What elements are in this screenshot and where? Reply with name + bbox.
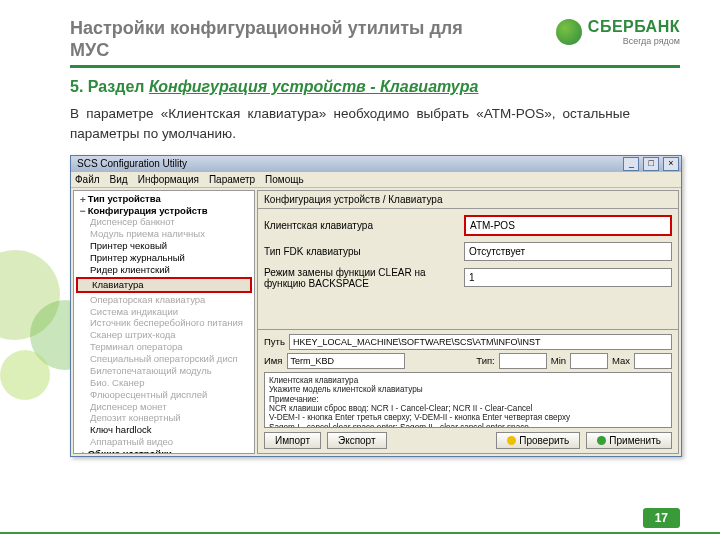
path-field[interactable]: HKEY_LOCAL_MACHINE\SOFTWARE\SCS\ATM\INFO… — [289, 334, 672, 350]
param-value-fdk-type[interactable]: Отсутствует — [464, 242, 672, 261]
logo: СБЕРБАНК Всегда рядом — [556, 18, 680, 46]
check-icon — [597, 436, 606, 445]
nav-tree[interactable]: +Тип устройства −Конфигурация устройств … — [73, 190, 255, 454]
logo-subtitle: Всегда рядом — [588, 36, 680, 46]
warning-icon — [507, 436, 516, 445]
tree-item[interactable]: Принтер чековый — [74, 240, 254, 252]
param-row: Режим замены функции CLEAR на функцию BA… — [264, 267, 672, 289]
tree-item[interactable]: Терминал оператора — [74, 341, 254, 353]
tree-item[interactable]: Специальный операторский дисп — [74, 353, 254, 365]
param-value-client-keyboard[interactable]: ATM-POS — [464, 215, 672, 236]
tree-root-device-type[interactable]: +Тип устройства — [74, 193, 254, 205]
tree-item[interactable]: Модуль приема наличных — [74, 228, 254, 240]
tree-item[interactable]: Диспенсер монет — [74, 401, 254, 413]
tree-root-general[interactable]: +Общие настройки — [74, 448, 254, 454]
name-field[interactable]: Term_KBD — [287, 353, 405, 369]
tree-item[interactable]: Ридер клиентский — [74, 264, 254, 276]
breadcrumb: Конфигурация устройств / Клавиатура — [257, 190, 679, 209]
logo-icon — [556, 19, 582, 45]
menu-view[interactable]: Вид — [110, 174, 128, 185]
max-label: Max — [612, 355, 630, 366]
export-button[interactable]: Экспорт — [327, 432, 387, 449]
tree-item[interactable]: Операторская клавиатура — [74, 294, 254, 306]
tree-item[interactable]: Система индикации — [74, 306, 254, 318]
tree-item-selected-keyboard[interactable]: Клавиатура — [76, 277, 252, 293]
menu-info[interactable]: Информация — [138, 174, 199, 185]
logo-text: СБЕРБАНК — [588, 18, 680, 36]
window-buttons: _ □ × — [622, 157, 679, 171]
check-button[interactable]: Проверить — [496, 432, 580, 449]
menu-param[interactable]: Параметр — [209, 174, 255, 185]
param-row: Тип FDK клавиатуры Отсутствует — [264, 242, 672, 261]
window-title: SCS Configuration Utility — [73, 158, 187, 169]
name-label: Имя — [264, 355, 283, 366]
param-label: Клиентская клавиатура — [264, 220, 464, 231]
param-label: Режим замены функции CLEAR на функцию BA… — [264, 267, 464, 289]
slide-header: Настройки конфигурационной утилиты для М… — [70, 18, 680, 68]
section-title: 5. Раздел Конфигурация устройств - Клави… — [70, 78, 680, 96]
tree-item[interactable]: Сканер штрих-кода — [74, 329, 254, 341]
path-label: Путь — [264, 336, 285, 347]
tree-item[interactable]: Депозит конвертный — [74, 412, 254, 424]
maximize-button[interactable]: □ — [643, 157, 659, 171]
menu-file[interactable]: Файл — [75, 174, 100, 185]
bottom-panel: Путь HKEY_LOCAL_MACHINE\SOFTWARE\SCS\ATM… — [257, 330, 679, 454]
section-number: 5. Раздел — [70, 78, 145, 95]
section-subtitle: Конфигурация устройств - Клавиатура — [149, 78, 478, 95]
tree-item[interactable]: Ключ hardlock — [74, 424, 254, 436]
tree-item[interactable]: Билетопечатающий модуль — [74, 365, 254, 377]
params-panel: Клиентская клавиатура ATM-POS Тип FDK кл… — [257, 209, 679, 330]
page-title: Настройки конфигурационной утилиты для М… — [70, 18, 490, 61]
apply-button[interactable]: Применить — [586, 432, 672, 449]
type-field[interactable] — [499, 353, 547, 369]
tree-item[interactable]: Флюоресцентный дисплей — [74, 389, 254, 401]
tree-root-device-config[interactable]: −Конфигурация устройств — [74, 205, 254, 217]
app-window: SCS Configuration Utility _ □ × Файл Вид… — [70, 155, 682, 457]
min-label: Min — [551, 355, 566, 366]
menubar: Файл Вид Информация Параметр Помощь — [71, 172, 681, 188]
import-button[interactable]: Импорт — [264, 432, 321, 449]
tree-item[interactable]: Источник бесперебойного питания — [74, 317, 254, 329]
footer-stripe — [0, 532, 720, 534]
menu-help[interactable]: Помощь — [265, 174, 304, 185]
max-field[interactable] — [634, 353, 672, 369]
tree-item[interactable]: Аппаратный видео — [74, 436, 254, 448]
minimize-button[interactable]: _ — [623, 157, 639, 171]
param-label: Тип FDK клавиатуры — [264, 246, 464, 257]
titlebar: SCS Configuration Utility _ □ × — [71, 156, 681, 172]
content-pane: Конфигурация устройств / Клавиатура Клие… — [257, 190, 679, 454]
tree-item[interactable]: Био. Сканер — [74, 377, 254, 389]
close-button[interactable]: × — [663, 157, 679, 171]
min-field[interactable] — [570, 353, 608, 369]
description-box: Клиентская клавиатураУкажите модель клие… — [264, 372, 672, 428]
instruction-text: В параметре «Клиентская клавиатура» необ… — [70, 104, 630, 145]
type-label: Тип: — [476, 355, 494, 366]
tree-item[interactable]: Принтер журнальный — [74, 252, 254, 264]
page-number: 17 — [643, 508, 680, 528]
tree-item[interactable]: Диспенсер банкнот — [74, 216, 254, 228]
param-row: Клиентская клавиатура ATM-POS — [264, 215, 672, 236]
param-value-clear-mode[interactable]: 1 — [464, 268, 672, 287]
